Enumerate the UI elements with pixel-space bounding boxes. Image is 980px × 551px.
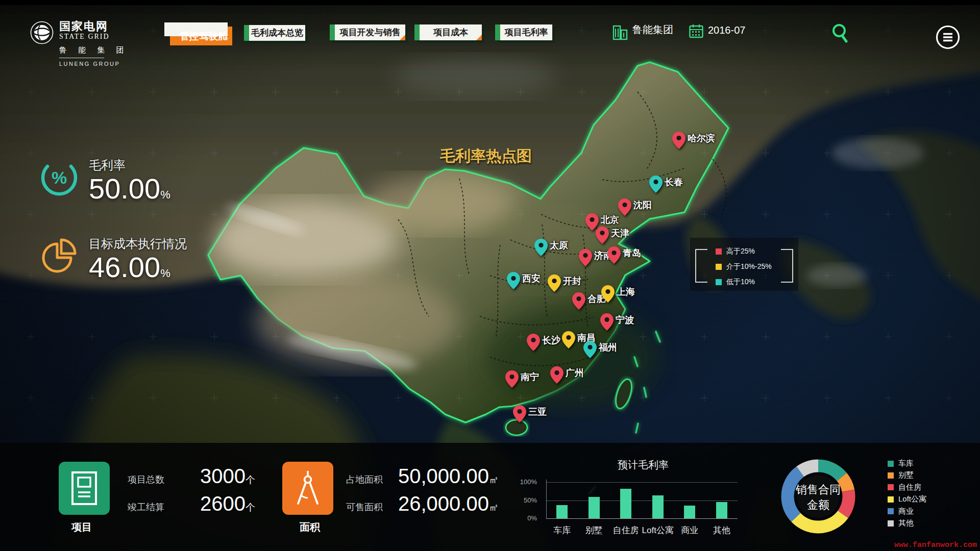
city-pin-长春[interactable] bbox=[649, 176, 663, 193]
city-pin-name: 长沙 bbox=[542, 334, 560, 346]
map-legend-item: 低于10% bbox=[716, 279, 755, 286]
area-card-title: 面积 bbox=[300, 520, 320, 534]
legend-label: 自住房 bbox=[898, 483, 921, 492]
bar-别墅 bbox=[589, 497, 600, 518]
date-selector[interactable]: 2016-07 bbox=[689, 23, 745, 39]
bar-chart-category: 其他 bbox=[699, 524, 745, 536]
building-icon bbox=[612, 23, 628, 40]
map-legend-item: 高于25% bbox=[716, 248, 755, 255]
menu-icon[interactable] bbox=[935, 24, 961, 50]
legend-bracket-left bbox=[695, 249, 707, 283]
donut-legend-item: Loft公寓 bbox=[888, 494, 926, 504]
city-pin-沈阳[interactable] bbox=[618, 198, 631, 216]
brand-logo: 国家电网 STATE GRID 鲁 能 集 团 LUNENG GROUP bbox=[30, 20, 129, 67]
donut-legend-item: 别墅 bbox=[888, 470, 914, 480]
legend-swatch bbox=[888, 508, 894, 514]
stat-value: 26,000.00㎡ bbox=[398, 492, 499, 515]
nav-tab-1[interactable]: 管控驾驶舱 bbox=[170, 27, 232, 45]
watermark: www.fanfanwork.com bbox=[894, 541, 977, 549]
legend-swatch bbox=[888, 496, 894, 503]
legend-label: 高于25% bbox=[726, 247, 755, 256]
nav-tab-label: 项目成本 bbox=[428, 27, 468, 38]
bottom-panel: 项目 项目总数3000个竣工结算2600个 面积 占地面积50,000.00㎡可… bbox=[0, 443, 980, 551]
city-pin-name: 上海 bbox=[617, 286, 635, 298]
city-pin-青岛[interactable] bbox=[607, 246, 621, 264]
kpi-unit: % bbox=[160, 267, 170, 280]
area-card-icon bbox=[282, 462, 333, 515]
city-pin-name: 开封 bbox=[563, 275, 581, 287]
map-legend-item: 介于10%-25% bbox=[716, 263, 772, 270]
stat-label: 占地面积 bbox=[346, 473, 383, 486]
city-pin-开封[interactable] bbox=[548, 274, 561, 292]
compass-icon bbox=[293, 470, 323, 507]
stat-label: 可售面积 bbox=[346, 501, 383, 513]
nav-tab-5[interactable]: 项目毛利率 bbox=[495, 24, 552, 40]
tab-corner-triangle-icon bbox=[400, 35, 405, 40]
city-pin-name: 福州 bbox=[599, 341, 617, 354]
legend-swatch bbox=[888, 472, 894, 479]
kpi-value: 50.00 bbox=[89, 172, 160, 205]
city-pin-上海[interactable] bbox=[601, 285, 615, 303]
city-pin-长沙[interactable] bbox=[527, 334, 540, 351]
org-selector[interactable]: 鲁能集团 bbox=[612, 23, 673, 40]
brand-name-cn: 国家电网 bbox=[59, 20, 129, 33]
date-selector-value: 2016-07 bbox=[708, 23, 745, 37]
kpi-value: 46.00 bbox=[89, 251, 160, 283]
legend-label: 车库 bbox=[898, 459, 914, 468]
brand-name-en: STATE GRID bbox=[59, 33, 129, 41]
nav-tab-4[interactable]: 项目成本 bbox=[414, 24, 482, 40]
document-icon bbox=[70, 471, 98, 506]
city-pin-太原[interactable] bbox=[534, 239, 548, 256]
legend-swatch bbox=[716, 264, 722, 270]
city-pin-宁波[interactable] bbox=[600, 313, 614, 331]
city-pin-广州[interactable] bbox=[550, 366, 564, 384]
city-pin-name: 沈阳 bbox=[633, 199, 652, 211]
legend-swatch bbox=[716, 279, 722, 285]
city-pin-南昌[interactable] bbox=[562, 331, 575, 348]
project-card-title: 项目 bbox=[71, 520, 92, 534]
percent-gauge-icon: % bbox=[39, 157, 80, 198]
donut-legend-item: 商业 bbox=[888, 507, 914, 516]
city-pin-name: 青岛 bbox=[623, 247, 641, 259]
pie-chart-icon bbox=[38, 236, 80, 278]
nav-tab-label: 管控驾驶舱 bbox=[175, 30, 228, 43]
legend-label: 其他 bbox=[898, 518, 914, 528]
city-pin-name: 哈尔滨 bbox=[688, 132, 715, 144]
kpi-label: 目标成本执行情况 bbox=[89, 236, 187, 252]
nav-tab-2[interactable]: 毛利成本总览 bbox=[244, 25, 305, 41]
city-pin-合肥[interactable] bbox=[572, 292, 585, 310]
city-pin-name: 南宁 bbox=[521, 371, 539, 383]
bar-车库 bbox=[556, 505, 568, 518]
kpi-unit: % bbox=[160, 188, 170, 201]
city-pin-哈尔滨[interactable] bbox=[672, 132, 685, 149]
calendar-icon bbox=[689, 23, 703, 39]
search-icon[interactable] bbox=[830, 22, 850, 44]
city-pin-name: 天津 bbox=[611, 227, 629, 239]
bar-chart-ytick: 50% bbox=[517, 496, 537, 504]
donut-legend-item: 车库 bbox=[888, 459, 914, 468]
city-pin-天津[interactable] bbox=[596, 227, 609, 244]
city-pin-福州[interactable] bbox=[583, 341, 597, 358]
group-name-en: LUNENG GROUP bbox=[59, 61, 129, 67]
legend-swatch bbox=[888, 484, 894, 490]
bar-chart-gridline bbox=[546, 500, 738, 501]
stat-label: 竣工结算 bbox=[128, 501, 164, 513]
city-pin-西安[interactable] bbox=[507, 272, 520, 289]
svg-text:%: % bbox=[52, 168, 67, 187]
bar-chart-title: 预计毛利率 bbox=[592, 458, 694, 472]
nav-tab-3[interactable]: 项目开发与销售 bbox=[330, 24, 405, 40]
map-title: 毛利率热点图 bbox=[440, 146, 532, 167]
top-black-bar bbox=[0, 0, 980, 5]
city-pin-三亚[interactable] bbox=[513, 405, 526, 422]
legend-swatch bbox=[888, 520, 894, 527]
kpi-gross-margin: % 毛利率 50.00% bbox=[39, 157, 170, 210]
city-pin-name: 西安 bbox=[522, 272, 541, 285]
nav-tab-label: 毛利成本总览 bbox=[246, 27, 303, 39]
stat-value: 2600个 bbox=[200, 492, 255, 515]
tab-corner-triangle-icon bbox=[476, 35, 482, 40]
bar-chart-ytick: 100% bbox=[517, 478, 537, 486]
city-pin-name: 宁波 bbox=[616, 314, 634, 326]
city-pin-南宁[interactable] bbox=[505, 370, 519, 388]
city-pin-济南[interactable] bbox=[579, 249, 592, 266]
dashboard-stage: 国家电网 STATE GRID 鲁 能 集 团 LUNENG GROUP 管控驾… bbox=[0, 0, 980, 551]
